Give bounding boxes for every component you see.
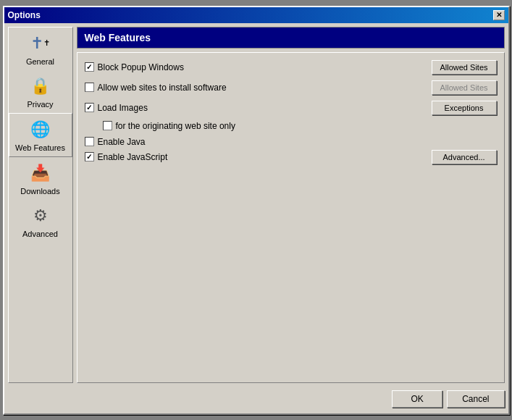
- downloads-icon: 📥: [29, 161, 52, 185]
- allowed-sites-button-1[interactable]: Allowed Sites: [432, 60, 497, 75]
- option-left-enable-javascript: Enable JavaScript: [85, 152, 168, 162]
- exceptions-button[interactable]: Exceptions: [432, 101, 497, 115]
- sidebar-label-advanced: Advanced: [22, 230, 58, 238]
- sidebar-item-general[interactable]: ✝ General: [9, 28, 72, 70]
- panel-header: Web Features: [77, 27, 505, 49]
- options-dialog: Options ✕ ✝ General 🔒 Privacy 🌐 Web Feat…: [3, 6, 510, 415]
- cancel-button[interactable]: Cancel: [447, 390, 504, 408]
- option-left-block-popup: Block Popup Windows: [85, 62, 184, 72]
- ok-button[interactable]: OK: [392, 390, 442, 408]
- option-row-allow-software: Allow web sites to install software Allo…: [85, 80, 497, 95]
- label-load-images: Load Images: [98, 103, 148, 113]
- title-bar: Options ✕: [4, 7, 508, 23]
- webfeatures-icon: 🌐: [29, 118, 52, 141]
- footer: OK Cancel: [4, 387, 508, 413]
- option-left-enable-java: Enable Java: [85, 137, 146, 147]
- label-enable-javascript: Enable JavaScript: [98, 152, 168, 162]
- sidebar: ✝ General 🔒 Privacy 🌐 Web Features 📥 Dow…: [8, 27, 73, 383]
- label-block-popup: Block Popup Windows: [98, 62, 184, 72]
- sidebar-item-privacy[interactable]: 🔒 Privacy: [9, 70, 72, 113]
- sidebar-label-web-features: Web Features: [15, 143, 65, 152]
- checkbox-originating-only[interactable]: [103, 121, 112, 130]
- main-panel: Web Features Block Popup Windows Allowed…: [77, 27, 505, 383]
- label-enable-java: Enable Java: [98, 137, 146, 147]
- option-row-enable-javascript: Enable JavaScript Advanced...: [85, 150, 497, 164]
- option-left-allow-software: Allow web sites to install software: [85, 83, 227, 93]
- checkbox-block-popup[interactable]: [85, 62, 94, 72]
- content-area: ✝ General 🔒 Privacy 🌐 Web Features 📥 Dow…: [4, 23, 508, 387]
- privacy-icon: 🔒: [29, 75, 52, 98]
- label-allow-software: Allow web sites to install software: [98, 83, 227, 93]
- panel-body: Block Popup Windows Allowed Sites Allow …: [77, 52, 505, 383]
- option-row-load-images: Load Images Exceptions: [85, 101, 497, 115]
- label-originating-only: for the originating web site only: [116, 121, 235, 131]
- sidebar-item-downloads[interactable]: 📥 Downloads: [9, 157, 72, 200]
- sidebar-label-downloads: Downloads: [20, 187, 59, 196]
- option-row-block-popup: Block Popup Windows Allowed Sites: [85, 60, 497, 75]
- advanced-icon: ⚙: [29, 204, 52, 227]
- checkbox-enable-javascript[interactable]: [85, 152, 94, 161]
- sub-option-originating: for the originating web site only: [103, 121, 497, 131]
- sidebar-label-general: General: [26, 57, 54, 66]
- checkbox-allow-software[interactable]: [85, 83, 94, 92]
- option-left-load-images: Load Images: [85, 103, 148, 113]
- checkbox-enable-java[interactable]: [85, 137, 94, 146]
- sidebar-label-privacy: Privacy: [27, 100, 53, 109]
- dialog-title: Options: [8, 10, 41, 20]
- option-row-enable-java: Enable Java: [85, 137, 497, 147]
- sidebar-item-advanced[interactable]: ⚙ Advanced: [9, 200, 72, 243]
- sidebar-item-web-features[interactable]: 🌐 Web Features: [9, 113, 72, 157]
- allowed-sites-button-2[interactable]: Allowed Sites: [432, 80, 497, 95]
- general-icon: ✝: [29, 32, 52, 55]
- close-button[interactable]: ✕: [493, 10, 505, 20]
- checkbox-load-images[interactable]: [85, 103, 94, 112]
- advanced-button[interactable]: Advanced...: [432, 150, 497, 164]
